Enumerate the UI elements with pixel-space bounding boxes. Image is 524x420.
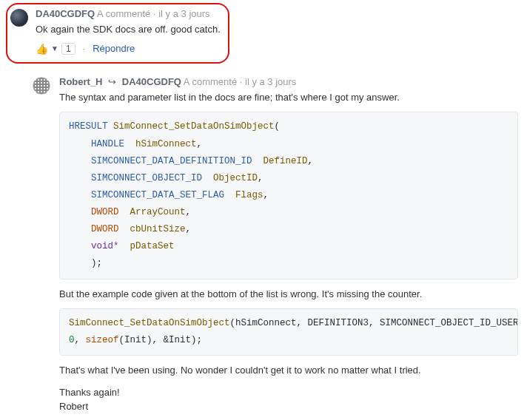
comment-meta: Robert_H ↪ DA40CGDFQ A commenté · il y a… [59,75,518,89]
avatar[interactable] [33,77,50,95]
avatar[interactable] [10,9,28,27]
code-param-name: ObjectID [213,173,258,183]
comment-after-para: That's what I've been using. No wonder I… [59,363,518,378]
code-param-name: ArrayCount [130,207,186,217]
dot-sep: · [83,43,86,54]
comment-actions: 👍 ▼ 1 · Répondre [36,43,221,55]
vote-count: 1 [61,43,75,55]
comment-action-label: A commenté [97,8,150,19]
meta-sep: · [240,76,243,87]
comment-meta: DA40CGDFQ A commenté · il y a 3 jours [36,7,221,21]
comment-intro-text: The syntax and parameter list in the doc… [59,90,518,105]
reply-link[interactable]: Répondre [93,43,135,54]
comment-author[interactable]: Robert_H [59,76,103,87]
code-block-example: SimConnect_SetDataOnSimObject(hSimConnec… [59,308,518,356]
vote-group[interactable]: 👍 ▼ 1 [36,43,75,55]
comment-closing: Thanks again! Robert [59,385,518,414]
code-kw-sizeof: sizeof [86,335,119,345]
code-return-type: HRESULT [69,121,108,132]
code-func-name: SimConnect_SetDataOnSimObject [113,121,275,132]
comment-text: Ok again the SDK docs are off. good catc… [36,22,221,37]
code-param-type: HANDLE [91,139,124,149]
code-func-name: SimConnect_SetDataOnSimObject [69,318,230,328]
code-param-type: DWORD [91,224,119,234]
code-param-type: SIMCONNECT_DATA_SET_FLAG [91,190,224,200]
comment-action-label: A commenté [184,76,237,87]
reply-arrow-icon: ↪ [108,76,116,87]
code-param-name: Flags [235,190,263,200]
thanks-line-1: Thanks again! [59,387,120,398]
code-block-signature: HRESULT SimConnect_SetDataOnSimObject( H… [59,112,518,279]
meta-sep: · [153,8,156,19]
code-param-type: SIMCONNECT_OBJECT_ID [91,173,202,183]
highlighted-comment: DA40CGDFQ A commenté · il y a 3 jours Ok… [6,3,229,64]
comment-2: Robert_H ↪ DA40CGDFQ A commenté · il y a… [33,75,518,420]
comment-body: Robert_H ↪ DA40CGDFQ A commenté · il y a… [59,75,518,420]
comment-time: il y a 3 jours [158,8,209,19]
comment-time: il y a 3 jours [245,76,296,87]
code-num: 0 [69,335,75,345]
code-rest: (Init), &Init); [119,335,203,345]
reply-target-author[interactable]: DA40CGDFQ [122,76,181,87]
code-args: (hSimConnect, DEFINITION3, SIMCONNECT_OB… [230,318,518,328]
code-param-type: SIMCONNECT_DATA_DEFINITION_ID [91,156,252,166]
code-param-name: pDataSet [130,241,175,251]
chevron-down-icon[interactable]: ▼ [51,44,58,52]
code-param-type: DWORD [91,207,119,217]
code-param-name: cbUnitSize [130,224,186,234]
comment-author[interactable]: DA40CGDFQ [36,8,95,19]
code-param-name: DefineID [263,156,308,166]
code-param-type: void* [91,241,119,251]
thumb-up-icon[interactable]: 👍 [36,43,48,55]
comment-mid-para: But the example code given at the bottom… [59,287,518,302]
comment-1: DA40CGDFQ A commenté · il y a 3 jours Ok… [10,7,221,55]
comment-body: DA40CGDFQ A commenté · il y a 3 jours Ok… [36,7,221,55]
thanks-line-2: Robert [59,401,88,412]
code-param-name: hSimConnect [135,139,197,149]
